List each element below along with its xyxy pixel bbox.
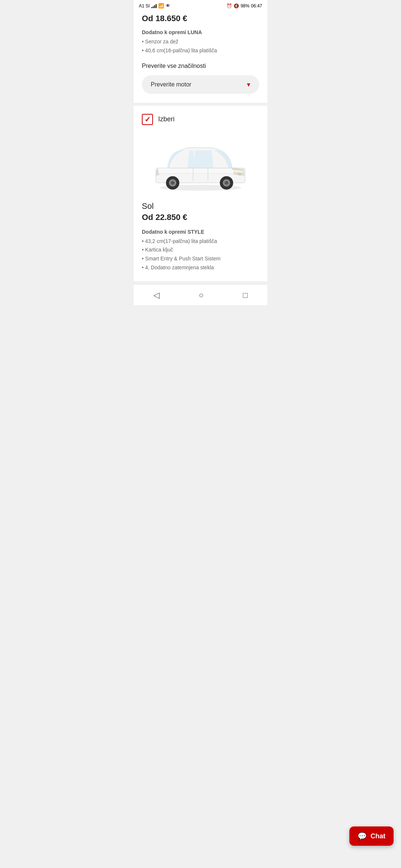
home-button[interactable]: ○ [191,289,211,302]
signal-bars-icon [151,4,157,8]
second-card: ✓ Izberi [134,106,267,281]
checkmark-icon: ✓ [144,116,151,123]
izberi-label: Izberi [158,115,175,123]
recent-apps-button[interactable]: □ [235,289,255,302]
status-bar: A1 SI 📶 👁 ⏰ 🔇 98% 06:47 [134,0,267,10]
wifi-icon: 📶 [158,3,164,9]
list-item: 43,2 cm(17-palčna) lita platišča [142,237,259,246]
car-svg [149,133,252,192]
eye-icon: 👁 [166,3,170,9]
second-card-extras-title: Dodatno k opremi STYLE [142,229,259,235]
top-card: Od 18.650 € Dodatno k opremi LUNA Senzor… [134,10,267,103]
nav-bar: ◁ ○ □ [134,284,267,305]
top-card-extras-list: Senzor za dež 40,6 cm(16-palčna) lita pl… [142,37,259,55]
check-all-label: Preverite vse značilnosti [142,63,259,69]
status-right: ⏰ 🔇 98% 06:47 [226,3,262,9]
svg-point-4 [171,181,175,185]
list-item: Smart Entry & Push Start Sistem [142,254,259,263]
list-item: 40,6 cm(16-palčna) lita platišča [142,46,259,55]
alarm-icon: ⏰ [226,3,232,9]
izberi-row: ✓ Izberi [142,114,259,125]
car-model-name: Sol [142,201,259,211]
carrier-label: A1 SI [139,3,150,9]
top-card-extras-title: Dodatno k opremi LUNA [142,29,259,35]
mute-icon: 🔇 [234,3,239,9]
status-left: A1 SI 📶 👁 [139,3,170,9]
dropdown-label: Preverite motor [151,81,191,88]
list-item: Senzor za dež [142,37,259,46]
second-card-extras-list: 43,2 cm(17-palčna) lita platišča Kartica… [142,237,259,272]
svg-point-7 [225,181,228,185]
car-image [142,131,259,194]
svg-point-12 [232,168,236,170]
list-item: Kartica ključ [142,246,259,254]
list-item: 4, Dodatno zatemnjena stekla [142,263,259,272]
battery-label: 98% [241,3,250,9]
content-area: Od 18.650 € Dodatno k opremi LUNA Senzor… [134,10,267,281]
car-model-price: Od 22.850 € [142,213,259,222]
back-button[interactable]: ◁ [146,289,167,302]
izberi-checkbox[interactable]: ✓ [142,114,153,125]
preverite-motor-button[interactable]: Preverite motor ▾ [142,75,259,94]
time-label: 06:47 [251,3,262,9]
svg-point-11 [237,173,242,175]
chevron-down-icon: ▾ [247,80,250,89]
top-card-price: Od 18.650 € [142,14,259,23]
